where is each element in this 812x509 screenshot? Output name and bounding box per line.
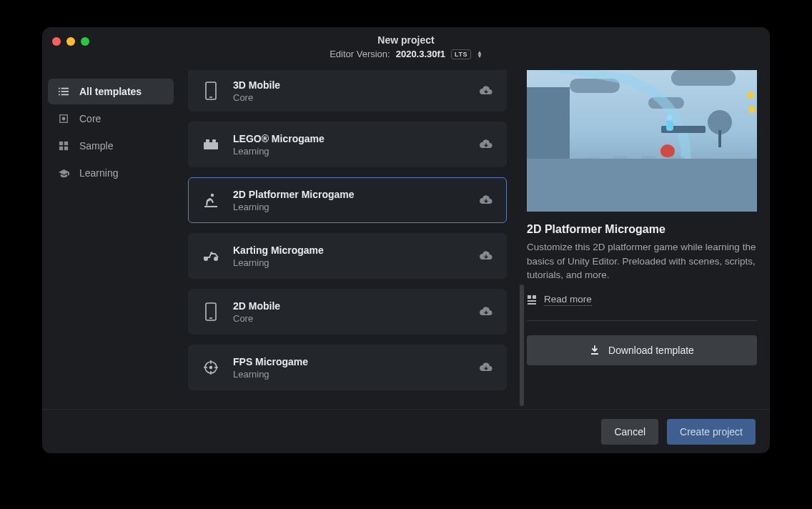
scrollbar[interactable] [520, 285, 524, 406]
version-selector-icon[interactable]: ▲▼ [477, 51, 482, 58]
template-name: 2D Mobile [233, 300, 466, 312]
details-title: 2D Platformer Microgame [527, 223, 757, 236]
maximize-window-button[interactable] [81, 37, 89, 46]
editor-version-row: Editor Version: 2020.3.30f1 LTS ▲▼ [330, 49, 482, 59]
lts-badge: LTS [451, 49, 471, 59]
template-category: Learning [233, 202, 466, 212]
sidebar: All templates Core Sample Learning [42, 70, 179, 409]
download-icon [590, 345, 600, 355]
kart-icon [202, 247, 220, 265]
crosshair-icon [202, 358, 220, 377]
divider [527, 320, 757, 321]
template-list-panel: 3D Mobile Core LEGO® Microgame Learning [179, 70, 527, 409]
svg-point-29 [210, 367, 212, 369]
template-name: FPS Microgame [233, 356, 466, 367]
svg-point-17 [211, 194, 214, 197]
footer: Cancel Create project [42, 409, 770, 453]
sidebar-item-all-templates[interactable]: All templates [48, 79, 174, 104]
template-name: Karting Microgame [233, 244, 466, 256]
template-card-2d-mobile[interactable]: 2D Mobile Core [188, 289, 507, 335]
sidebar-item-label: Core [79, 113, 101, 124]
download-label: Download template [608, 345, 694, 356]
svg-rect-3 [61, 91, 69, 92]
minimize-window-button[interactable] [66, 37, 75, 46]
grid-icon [58, 140, 69, 152]
sidebar-item-sample[interactable]: Sample [48, 133, 174, 159]
template-category: Core [233, 313, 466, 324]
svg-rect-1 [61, 88, 69, 89]
svg-rect-11 [64, 147, 68, 150]
cloud-download-icon [479, 250, 493, 262]
cloud-download-icon [479, 362, 493, 373]
svg-rect-8 [59, 142, 63, 145]
create-project-button[interactable]: Create project [667, 419, 756, 445]
cloud-download-icon [479, 306, 493, 317]
details-description: Customize this 2D platformer game while … [527, 240, 757, 282]
svg-rect-0 [59, 88, 60, 89]
download-template-button[interactable]: Download template [527, 335, 757, 365]
mobile-icon [202, 81, 220, 100]
template-name: LEGO® Microgame [233, 133, 466, 144]
cloud-download-icon [479, 85, 493, 97]
template-list: 3D Mobile Core LEGO® Microgame Learning [188, 70, 518, 409]
svg-rect-10 [59, 147, 63, 150]
svg-rect-15 [206, 139, 209, 142]
template-name: 3D Mobile [233, 79, 466, 91]
details-panel: 2D Platformer Microgame Customize this 2… [527, 70, 770, 409]
list-icon [58, 86, 69, 97]
svg-rect-32 [528, 300, 536, 302]
window-controls [52, 37, 89, 46]
template-card-fps[interactable]: FPS Microgame Learning [188, 345, 507, 390]
svg-rect-18 [204, 206, 217, 207]
mobile-icon [202, 302, 220, 321]
cube-icon [58, 113, 69, 124]
window-title: New project [377, 34, 434, 46]
cloud-download-icon [479, 139, 493, 150]
article-icon [527, 295, 537, 305]
sidebar-item-learning[interactable]: Learning [48, 160, 174, 186]
svg-rect-16 [212, 139, 216, 142]
template-card-2d-platformer[interactable]: 2D Platformer Microgame Learning [188, 177, 507, 223]
svg-rect-2 [59, 91, 60, 92]
read-more-label: Read more [544, 294, 592, 306]
sidebar-item-core[interactable]: Core [48, 106, 174, 132]
brick-icon [202, 135, 220, 154]
editor-version-value[interactable]: 2020.3.30f1 [396, 49, 445, 59]
cancel-button[interactable]: Cancel [601, 419, 658, 445]
close-window-button[interactable] [52, 37, 61, 46]
sidebar-item-label: All templates [79, 86, 142, 97]
sidebar-item-label: Learning [79, 167, 119, 179]
template-category: Learning [233, 369, 466, 380]
svg-rect-30 [528, 295, 531, 299]
sidebar-item-label: Sample [79, 140, 113, 152]
template-name: 2D Platformer Microgame [233, 189, 466, 200]
new-project-window: New project Editor Version: 2020.3.30f1 … [42, 27, 770, 453]
template-category: Core [233, 92, 466, 103]
svg-rect-9 [64, 142, 68, 145]
svg-rect-5 [61, 94, 69, 96]
editor-version-label: Editor Version: [330, 49, 390, 59]
template-card-3d-mobile[interactable]: 3D Mobile Core [188, 70, 507, 112]
template-category: Learning [233, 146, 466, 157]
template-category: Learning [233, 257, 466, 268]
cloud-download-icon [479, 194, 493, 206]
runner-icon [202, 191, 220, 209]
svg-rect-4 [59, 94, 60, 96]
svg-rect-34 [591, 353, 598, 355]
body: All templates Core Sample Learning [42, 70, 770, 409]
svg-rect-14 [204, 142, 218, 149]
template-card-karting[interactable]: Karting Microgame Learning [188, 233, 507, 279]
template-card-lego[interactable]: LEGO® Microgame Learning [188, 122, 507, 167]
graduation-cap-icon [58, 167, 69, 179]
svg-rect-33 [528, 303, 536, 305]
template-preview-image [527, 70, 757, 212]
svg-point-21 [210, 252, 213, 254]
svg-point-7 [62, 117, 65, 120]
svg-rect-31 [533, 295, 536, 299]
read-more-link[interactable]: Read more [527, 294, 757, 306]
titlebar: New project Editor Version: 2020.3.30f1 … [42, 27, 770, 70]
